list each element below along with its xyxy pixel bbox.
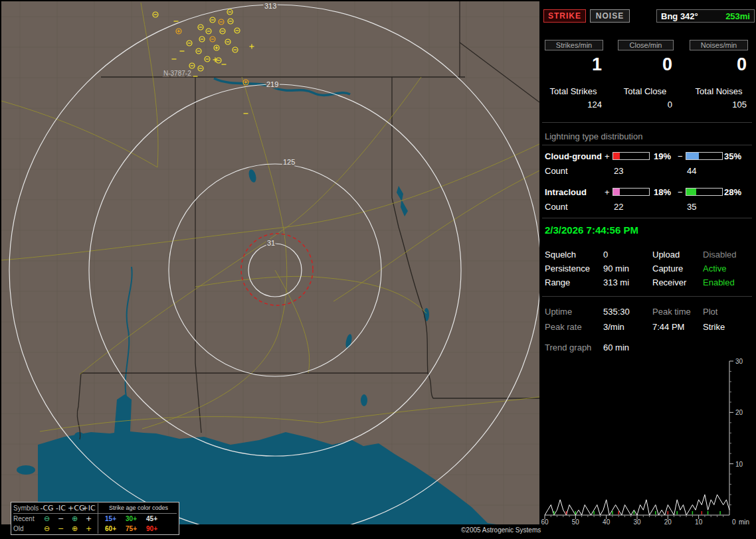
svg-text:0: 0 <box>732 518 736 526</box>
upload-label: Upload <box>652 250 680 260</box>
status-panel: STRIKE NOISE Bng 342° 253mi Strikes/min … <box>539 1 755 538</box>
legend-divider <box>98 514 98 524</box>
total-strikes-value: 124 <box>545 100 602 110</box>
peak-rate-value: 3/min <box>603 322 624 332</box>
symbol-legend: Symbols -CG -IC +CG +IC Strike age color… <box>11 502 179 535</box>
trend-graph-window: 60 min <box>603 343 629 352</box>
trend-graph-row: Trend graph 60 min <box>539 343 755 353</box>
strike-mode-button[interactable]: STRIKE <box>543 9 586 23</box>
plus-sign: + <box>605 151 610 161</box>
noise-mode-button[interactable]: NOISE <box>590 9 630 23</box>
ic-plus-bar <box>613 188 650 196</box>
svg-text:60: 60 <box>541 518 549 526</box>
intracloud-label: Intracloud <box>545 187 587 197</box>
cg-plus-bar <box>613 152 650 160</box>
range-ring-label: 125 <box>283 158 295 166</box>
plot-value: Strike <box>703 322 725 332</box>
bearing-label: Bng 342° <box>661 11 698 21</box>
peak-time-value: 7:44 PM <box>652 322 684 332</box>
distribution-title: Lightning type distribution <box>545 131 642 141</box>
cg-minus-pct: 35% <box>724 151 741 161</box>
squelch-label: Squelch <box>545 250 576 260</box>
squelch-value: 0 <box>603 250 608 260</box>
upload-status: Disabled <box>703 250 737 260</box>
cg-minus-bar <box>686 152 723 160</box>
range-value: 313 mi <box>603 277 629 287</box>
settings-row: Persistence 90 min Capture Active <box>539 264 755 274</box>
strikes-per-min-button[interactable]: Strikes/min <box>545 40 603 50</box>
svg-text:30: 30 <box>735 358 743 365</box>
recent-ic-pos-icon: + <box>82 514 96 524</box>
total-close-value: 0 <box>618 100 672 110</box>
intracloud-count-row: Count 22 35 <box>539 202 755 212</box>
old-cg-pos-icon: ⊕ <box>68 524 82 534</box>
legend-divider <box>98 524 98 534</box>
close-per-min-button[interactable]: Close/min <box>618 40 674 50</box>
legend-old-label: Old <box>13 524 40 534</box>
ic-minus-count: 35 <box>687 202 696 212</box>
settings-row: Squelch 0 Upload Disabled <box>539 250 755 260</box>
cloud-ground-count-row: Count 23 44 <box>539 166 755 177</box>
peak-rate-label: Peak rate <box>545 322 582 332</box>
plus-sign: + <box>605 187 610 197</box>
total-strikes-label: Total Strikes <box>539 86 607 96</box>
svg-text:10: 10 <box>735 461 743 468</box>
persistence-label: Persistence <box>545 264 590 273</box>
old-ic-neg-icon: − <box>54 524 68 534</box>
count-label: Count <box>545 202 568 212</box>
svg-text:40: 40 <box>603 518 611 526</box>
range-label: Range <box>545 277 570 287</box>
svg-text:20: 20 <box>664 518 672 526</box>
legend-symbols-header: Symbols <box>13 503 40 513</box>
uptime-value: 535:30 <box>603 307 630 317</box>
range-ring-label: 313 <box>264 2 276 10</box>
map-canvas: 31321912531N-3787-2 <box>1 1 539 524</box>
age-30: 30+ <box>121 514 142 524</box>
legend-recent-label: Recent <box>13 514 40 524</box>
bearing-readout: Bng 342° 253mi <box>656 9 755 23</box>
plot-label: Plot <box>703 307 717 317</box>
age-60: 60+ <box>100 524 121 534</box>
age-90: 90+ <box>142 524 162 534</box>
uptime-label: Uptime <box>545 307 572 317</box>
divider <box>542 218 752 218</box>
cloud-ground-row: Cloud-ground + 19% − 35% <box>539 151 755 162</box>
noises-per-min-value: 0 <box>690 54 747 76</box>
cg-plus-count: 23 <box>614 166 623 176</box>
svg-text:50: 50 <box>572 518 580 526</box>
datetime-display: 2/3/2026 7:44:56 PM <box>545 224 638 236</box>
recent-cg-neg-icon: ⊖ <box>40 514 54 524</box>
status-row: Uptime 535:30 Peak time Plot <box>539 307 755 317</box>
noises-per-min-button[interactable]: Noises/min <box>690 40 748 50</box>
svg-text:30: 30 <box>633 518 641 526</box>
bearing-range: 253mi <box>725 11 750 21</box>
cloud-ground-label: Cloud-ground <box>545 151 602 161</box>
legend-col-cg-neg: -CG <box>40 503 54 513</box>
strikes-per-min-value: 1 <box>545 54 602 76</box>
trend-graph-label: Trend graph <box>545 343 591 352</box>
age-75: 75+ <box>121 524 142 534</box>
copyright-credit: ©2005 Astrogenic Systems <box>457 526 545 534</box>
legend-col-cg-pos: +CG <box>68 503 82 513</box>
ic-plus-count: 22 <box>614 202 623 212</box>
station-label: N-3787-2 <box>163 70 191 77</box>
peak-time-label: Peak time <box>652 307 691 317</box>
range-ring-label: 31 <box>267 239 275 247</box>
svg-text:20: 20 <box>735 409 743 416</box>
minus-sign: − <box>678 187 683 197</box>
old-cg-neg-icon: ⊖ <box>40 524 54 534</box>
legend-recent-row: Recent ⊖ − ⊕ + 15+ 30+ 45+ <box>13 514 177 524</box>
old-ic-pos-icon: + <box>82 524 96 534</box>
intracloud-row: Intracloud + 18% − 28% <box>539 187 755 198</box>
lightning-map[interactable]: 31321912531N-3787-2 <box>1 1 539 524</box>
ic-plus-pct: 18% <box>654 187 671 197</box>
range-ring-label: 219 <box>266 80 278 88</box>
legend-divider <box>98 503 98 513</box>
legend-old-row: Old ⊖ − ⊕ + 60+ 75+ 90+ <box>13 524 177 534</box>
ic-minus-pct: 28% <box>724 187 741 197</box>
recent-cg-pos-icon: ⊕ <box>68 514 82 524</box>
legend-col-ic-neg: -IC <box>54 503 68 513</box>
divider <box>542 122 752 123</box>
persistence-value: 90 min <box>603 264 629 273</box>
divider <box>542 145 752 145</box>
